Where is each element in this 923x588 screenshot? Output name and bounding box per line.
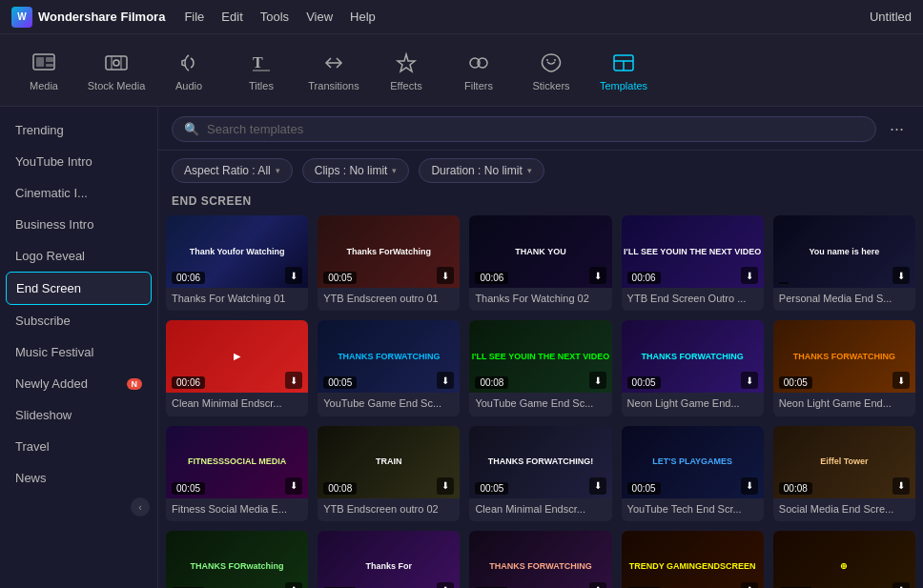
template-card[interactable]: Eiffel Tower 00:08 ⬇ Social Media End Sc… — [773, 426, 915, 521]
menu-tools[interactable]: Tools — [260, 10, 289, 24]
sidebar-item-news[interactable]: News — [0, 462, 157, 494]
card-thumbnail: Thank Youfor Watching 00:06 ⬇ — [166, 215, 308, 288]
template-card[interactable]: TRAIN 00:08 ⬇ YTB Endscreen outro 02 — [318, 426, 460, 521]
search-input[interactable] — [207, 122, 864, 136]
card-label: Neon Light Game End... — [622, 393, 764, 416]
effects-icon — [393, 50, 420, 76]
template-card[interactable]: THANKS FORWATCHING 00:05 ⬇ Thanks For Wa… — [469, 531, 611, 588]
sidebar-item-cinematic[interactable]: Cinematic I... — [0, 177, 157, 209]
menu-view[interactable]: View — [306, 10, 333, 24]
card-download-icon[interactable]: ⬇ — [589, 372, 606, 389]
card-download-icon[interactable]: ⬇ — [741, 477, 758, 495]
menu-help[interactable]: Help — [350, 10, 376, 24]
sidebar: Trending YouTube Intro Cinematic I... Bu… — [0, 107, 158, 588]
clips-filter[interactable]: Clips : No limit ▾ — [302, 158, 410, 183]
template-card[interactable]: THANKS FORWATCHING! 00:05 ⬇ Clean Minima… — [469, 426, 611, 521]
template-card[interactable]: THANK YOU 00:06 ⬇ Thanks For Watching 02 — [469, 215, 611, 311]
sidebar-item-end-screen[interactable]: End Screen — [6, 272, 152, 305]
card-download-icon[interactable]: ⬇ — [437, 267, 454, 284]
tool-stickers-label: Stickers — [532, 80, 569, 91]
card-download-icon[interactable]: ⬇ — [285, 372, 302, 389]
template-card[interactable]: THANKS FORWATCHING 00:05 ⬇ Neon Light Ga… — [773, 320, 915, 416]
card-download-icon[interactable]: ⬇ — [741, 582, 758, 588]
card-download-icon[interactable]: ⬇ — [285, 477, 302, 495]
card-download-icon[interactable]: ⬇ — [437, 372, 454, 389]
card-label: Thanks For Watching 01 — [166, 288, 308, 311]
card-download-icon[interactable]: ⬇ — [892, 582, 910, 588]
card-thumbnail: THANKS FORWATCHING 00:05 ⬇ — [622, 320, 764, 393]
tool-filters[interactable]: Filters — [444, 38, 513, 103]
card-download-icon[interactable]: ⬇ — [437, 477, 454, 495]
card-thumbnail: FITNESSSOCIAL MEDIA 00:05 ⬇ — [166, 426, 308, 498]
card-download-icon[interactable]: ⬇ — [741, 372, 758, 389]
template-card[interactable]: ⊕ 00:05 ⬇ Circle End Screen — [773, 531, 915, 588]
more-options-button[interactable]: ··· — [884, 117, 910, 141]
template-card[interactable]: Thank Youfor Watching 00:06 ⬇ Thanks For… — [166, 215, 308, 311]
sidebar-label: News — [15, 471, 47, 485]
tool-templates[interactable]: Templates — [589, 38, 658, 103]
card-label: YouTube Tech End Scr... — [622, 498, 764, 521]
card-duration: 00:05 — [172, 482, 205, 495]
sidebar-label: Subscribe — [15, 314, 71, 328]
card-thumbnail: THANKS FORWATCHING 00:05 ⬇ — [773, 320, 915, 393]
tool-transitions[interactable]: Transitions — [299, 38, 368, 103]
card-download-icon[interactable]: ⬇ — [589, 582, 606, 588]
sidebar-item-youtube-intro[interactable]: YouTube Intro — [0, 146, 157, 177]
card-download-icon[interactable]: ⬇ — [892, 477, 910, 495]
tool-effects[interactable]: Effects — [372, 38, 441, 103]
card-download-icon[interactable]: ⬇ — [589, 477, 606, 495]
sidebar-item-subscribe[interactable]: Subscribe — [0, 305, 157, 336]
template-card[interactable]: I'LL SEE YOUIN THE NEXT VIDEO 00:08 ⬇ Yo… — [469, 320, 611, 416]
sidebar-label: Newly Added — [15, 376, 88, 391]
template-card[interactable]: THANKS FORWATCHING 00:05 ⬇ Neon Light Ga… — [622, 320, 764, 416]
sidebar-item-newly-added[interactable]: Newly Added N — [0, 368, 157, 399]
tool-stock-media[interactable]: Stock Media — [82, 38, 151, 103]
template-card[interactable]: THANKS FORwatching 00:06 ⬇ Thanks For Wa… — [166, 531, 308, 588]
sidebar-label: Cinematic I... — [15, 186, 88, 200]
window-title: Untitled — [870, 10, 912, 24]
duration-filter[interactable]: Duration : No limit ▾ — [419, 158, 544, 183]
template-card[interactable]: LET'S PLAYGAMES 00:05 ⬇ YouTube Tech End… — [622, 426, 764, 521]
card-download-icon[interactable]: ⬇ — [741, 267, 758, 284]
template-card[interactable]: You name is here ⬇ Personal Media End S.… — [773, 215, 915, 311]
sidebar-item-slideshow[interactable]: Slideshow — [0, 399, 157, 431]
template-grid-wrap: Thank Youfor Watching 00:06 ⬇ Thanks For… — [158, 215, 923, 588]
svg-rect-4 — [106, 56, 127, 70]
template-card[interactable]: Thanks For 00:07 ⬇ Thanks For Watching 0… — [318, 531, 460, 588]
tool-stickers[interactable]: Stickers — [517, 38, 585, 103]
card-download-icon[interactable]: ⬇ — [589, 267, 606, 284]
template-card[interactable]: I'LL SEE YOUIN THE NEXT VIDEO 00:06 ⬇ YT… — [622, 215, 764, 311]
aspect-ratio-filter[interactable]: Aspect Ratio : All ▾ — [172, 158, 293, 183]
template-card[interactable]: THANKS FORWATCHING 00:05 ⬇ YouTube Game … — [318, 320, 460, 416]
transitions-icon — [320, 50, 347, 76]
card-download-icon[interactable]: ⬇ — [285, 267, 302, 284]
card-download-icon[interactable]: ⬇ — [437, 582, 454, 588]
svg-rect-1 — [36, 57, 44, 67]
card-thumbnail: THANKS FORwatching 00:06 ⬇ — [166, 531, 308, 588]
sidebar-item-logo-reveal[interactable]: Logo Reveal — [0, 240, 157, 272]
sidebar-item-travel[interactable]: Travel — [0, 431, 157, 462]
search-input-wrap: 🔍 — [172, 116, 876, 142]
menu-edit[interactable]: Edit — [221, 10, 242, 24]
card-download-icon[interactable]: ⬇ — [285, 582, 302, 588]
sidebar-item-trending[interactable]: Trending — [0, 114, 157, 146]
menu-file[interactable]: File — [184, 10, 204, 24]
tool-audio[interactable]: Audio — [154, 38, 223, 103]
sidebar-label: End Screen — [16, 281, 81, 295]
template-card[interactable]: TRENDY GAMINGENDSCREEN GAMING 00:05 ⬇ Ga… — [622, 531, 764, 588]
template-card[interactable]: Thanks ForWatching 00:05 ⬇ YTB Endscreen… — [318, 215, 460, 311]
card-label: YouTube Game End Sc... — [469, 393, 611, 416]
sidebar-item-music-festival[interactable]: Music Festival — [0, 336, 157, 368]
card-duration: 00:05 — [475, 482, 508, 495]
template-card[interactable]: FITNESSSOCIAL MEDIA 00:05 ⬇ Fitness Soci… — [166, 426, 308, 521]
card-download-icon[interactable]: ⬇ — [892, 267, 910, 284]
sidebar-label: Music Festival — [15, 345, 93, 359]
sidebar-label: Business Intro — [15, 217, 93, 232]
sidebar-item-business-intro[interactable]: Business Intro — [0, 209, 157, 240]
app-logo: W Wondershare Filmora — [11, 7, 165, 28]
sidebar-collapse-btn[interactable]: ‹ — [131, 497, 150, 517]
tool-titles[interactable]: T Titles — [227, 38, 296, 103]
card-download-icon[interactable]: ⬇ — [892, 372, 910, 389]
template-card[interactable]: ▶ 00:06 ⬇ Clean Minimal Endscr... — [166, 320, 308, 416]
tool-media[interactable]: Media — [10, 38, 78, 103]
